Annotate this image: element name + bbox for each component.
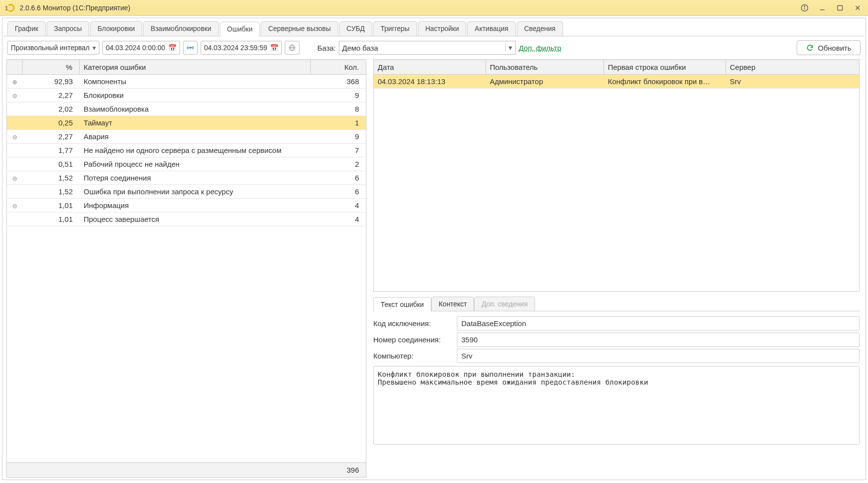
cell-percent: 1,77 — [23, 144, 80, 157]
cell-category: Компоненты — [80, 75, 311, 88]
cell-count: 1 — [311, 116, 366, 129]
expand-icon — [7, 157, 23, 171]
close-button[interactable] — [852, 2, 863, 13]
error-detail-panel: Код исключения: DataBaseException Номер … — [373, 311, 860, 448]
cell-count: 7 — [311, 144, 366, 157]
exception-code-field[interactable]: DataBaseException — [457, 316, 860, 331]
cell-first-line: Конфликт блокировок при в… — [604, 75, 726, 88]
table-row[interactable]: ⊖2,27Блокировки9 — [7, 89, 366, 102]
connection-number-field[interactable]: 3590 — [457, 332, 860, 347]
cell-count: 8 — [311, 102, 366, 116]
svg-text:1: 1 — [5, 4, 8, 11]
cell-category: Таймаут — [80, 116, 311, 129]
detail-tab-1[interactable]: Контекст — [431, 297, 474, 311]
cell-count: 4 — [311, 199, 366, 212]
tab-3[interactable]: Взаимоблокировки — [143, 21, 218, 36]
tab-2[interactable]: Блокировки — [90, 21, 142, 36]
live-button[interactable] — [183, 41, 198, 55]
expand-icon — [7, 144, 23, 157]
svg-point-3 — [804, 6, 805, 6]
date-to-input[interactable]: 04.03.2024 23:59:59 📅 — [201, 41, 282, 55]
col-percent[interactable]: % — [23, 60, 80, 74]
cell-count: 368 — [311, 75, 366, 88]
tab-4[interactable]: Ошибки — [220, 22, 260, 36]
date-from-input[interactable]: 04.03.2024 0:00:00 📅 — [102, 41, 180, 55]
tab-10[interactable]: Сведения — [517, 21, 563, 36]
total-count: 396 — [311, 463, 366, 477]
extra-filter-link[interactable]: Доп. фильтр — [519, 44, 561, 52]
tab-8[interactable]: Настройки — [418, 21, 467, 36]
table-row[interactable]: 1,01Процесс завершается4 — [7, 212, 366, 226]
col-count[interactable]: Кол. — [311, 60, 366, 74]
table-row[interactable]: 1,52Ошибка при выполнении запроса к ресу… — [7, 185, 366, 199]
minimize-button[interactable] — [817, 2, 828, 13]
tab-5[interactable]: Серверные вызовы — [261, 21, 338, 36]
cell-percent: 0,51 — [23, 157, 80, 171]
expand-icon — [7, 185, 23, 198]
cell-percent: 1,52 — [23, 171, 80, 184]
grid-footer: 396 — [7, 462, 366, 477]
detail-tab-0[interactable]: Текст ошибки — [373, 297, 431, 311]
expand-icon[interactable]: ⊖ — [7, 130, 23, 143]
table-row[interactable]: ⊖1,52Потеря соединения6 — [7, 171, 366, 185]
table-row[interactable]: ⊖1,01Информация4 — [7, 199, 366, 212]
expand-icon[interactable]: ⊖ — [7, 89, 23, 102]
expand-icon[interactable]: ⊖ — [7, 171, 23, 184]
col-date[interactable]: Дата — [374, 60, 486, 74]
base-value: Демо база — [342, 44, 378, 52]
cell-category: Ошибка при выполнении запроса к ресурсу — [80, 185, 311, 198]
expand-icon[interactable]: ⊕ — [7, 75, 23, 88]
tab-7[interactable]: Триггеры — [373, 21, 417, 36]
main-tabs: ГрафикЗапросыБлокировкиВзаимоблокировкиО… — [3, 19, 865, 36]
table-row[interactable]: 0,25Таймаут1 — [7, 116, 366, 130]
date-to-value: 04.03.2024 23:59:59 — [204, 44, 267, 52]
cell-category: Рабочий процесс не найден — [80, 157, 311, 171]
app-logo-icon: 1 — [5, 3, 16, 12]
exception-code-label: Код исключения: — [373, 319, 452, 328]
cell-count: 6 — [311, 185, 366, 198]
computer-field[interactable]: Srv — [457, 349, 860, 363]
error-instances-grid: Дата Пользователь Первая строка ошибки С… — [373, 60, 860, 292]
chevron-down-icon[interactable]: ▾ — [505, 43, 512, 52]
chevron-down-icon[interactable]: ▾ — [92, 44, 96, 52]
grid-header: % Категория ошибки Кол. — [7, 60, 366, 75]
maximize-button[interactable] — [835, 2, 845, 13]
toolbar: Произвольный интервал ▾ 04.03.2024 0:00:… — [3, 36, 865, 60]
calendar-icon[interactable]: 📅 — [168, 44, 177, 52]
cell-percent: 2,02 — [23, 102, 80, 116]
detail-tabs: Текст ошибкиКонтекстДоп. сведения — [373, 297, 865, 311]
interval-combo[interactable]: Произвольный интервал ▾ — [7, 41, 99, 55]
computer-label: Компьютер: — [373, 352, 452, 360]
grid-header: Дата Пользователь Первая строка ошибки С… — [374, 60, 859, 75]
expand-icon — [7, 212, 23, 226]
table-row[interactable]: 1,77Не найдено ни одного сервера с разме… — [7, 144, 366, 157]
tab-9[interactable]: Активация — [467, 21, 515, 36]
col-server[interactable]: Сервер — [726, 60, 859, 74]
cell-server: Srv — [726, 75, 859, 88]
cell-category: Блокировки — [80, 89, 311, 102]
table-row[interactable]: 2,02Взаимоблокировка8 — [7, 102, 366, 116]
col-first-line[interactable]: Первая строка ошибки — [604, 60, 726, 74]
base-combo[interactable]: Демо база ▾ — [339, 41, 516, 55]
refresh-button[interactable]: Обновить — [797, 40, 861, 55]
table-row[interactable]: ⊖2,27Авария9 — [7, 130, 366, 144]
cell-category: Потеря соединения — [80, 171, 311, 184]
window-title: 2.0.6.6 Монитор (1С:Предприятие) — [20, 4, 130, 12]
tab-0[interactable]: График — [7, 21, 46, 36]
error-text-area[interactable]: Конфликт блокировок при выполнении транз… — [373, 366, 860, 445]
info-icon[interactable] — [799, 2, 810, 13]
cell-percent: 1,52 — [23, 185, 80, 198]
tab-1[interactable]: Запросы — [47, 21, 89, 36]
col-user[interactable]: Пользователь — [486, 60, 604, 74]
table-row[interactable]: 0,51Рабочий процесс не найден2 — [7, 157, 366, 171]
table-row[interactable]: 04.03.2024 18:13:13АдминистраторКонфликт… — [374, 75, 859, 89]
expand-icon[interactable]: ⊖ — [7, 199, 23, 212]
svg-point-8 — [190, 47, 191, 48]
tab-6[interactable]: СУБД — [339, 21, 372, 36]
globe-button[interactable] — [285, 41, 299, 55]
base-label: База: — [317, 44, 335, 52]
calendar-icon[interactable]: 📅 — [270, 44, 278, 52]
cell-percent: 0,25 — [23, 116, 80, 129]
col-category[interactable]: Категория ошибки — [80, 60, 311, 74]
table-row[interactable]: ⊕92,93Компоненты368 — [7, 75, 366, 89]
